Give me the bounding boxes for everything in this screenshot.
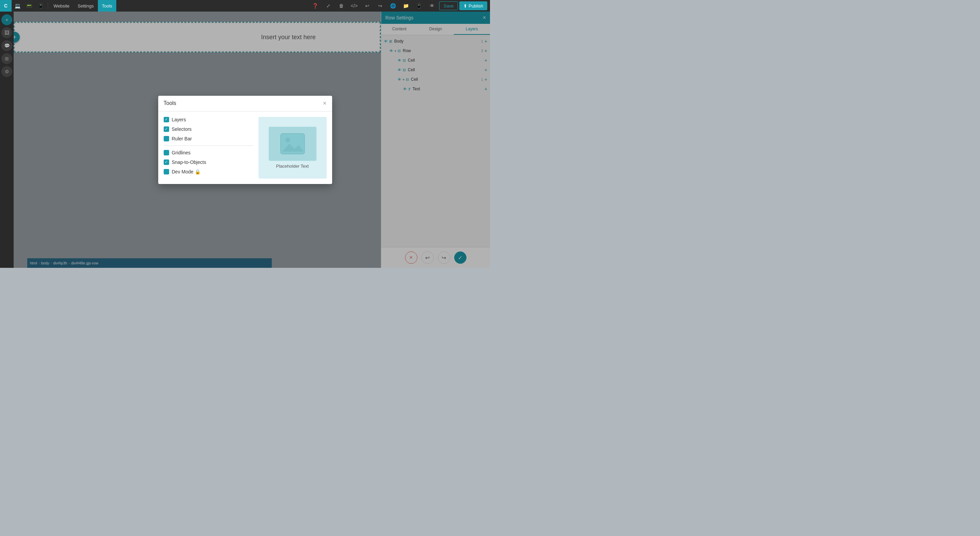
modal-title: Tools — [164, 100, 176, 106]
modal-options: ✓ Layers ✓ Selectors ✓ Ruler Bar — [164, 117, 253, 179]
modal-body: ✓ Layers ✓ Selectors ✓ Ruler Bar — [158, 111, 332, 184]
code-icon[interactable]: </> — [348, 0, 360, 11]
tablet-view-btn[interactable]: 📟 — [23, 0, 35, 11]
checkbox-gridlines-label: Gridlines — [172, 150, 191, 155]
nav-separator — [48, 2, 48, 9]
checkbox-rulerbar-label: Ruler Bar — [172, 136, 192, 141]
check-mark: ✓ — [165, 117, 168, 122]
nav-menu: Website Settings Tools — [49, 0, 310, 11]
globe-icon[interactable]: 🌐 — [387, 0, 399, 11]
checkbox-layers-box: ✓ — [164, 117, 169, 122]
fullscreen-icon[interactable]: ⤢ — [323, 0, 334, 11]
nav-settings[interactable]: Settings — [74, 0, 98, 11]
checkbox-devmode-box: ✓ — [164, 169, 169, 174]
modal-overlay[interactable]: Tools × ✓ Layers ✓ Selectors — [0, 11, 490, 268]
delete-icon[interactable]: 🗑 — [336, 0, 347, 11]
redo-icon[interactable]: ↪ — [374, 0, 386, 11]
navbar-right: ❓ ⤢ 🗑 </> ↩ ↪ 🌐 📁 📱 👁 Save ⬆ Publish — [310, 0, 487, 11]
checkbox-rulerbar[interactable]: ✓ Ruler Bar — [164, 136, 253, 141]
folder-icon[interactable]: 📁 — [400, 0, 412, 11]
svg-point-1 — [285, 138, 290, 143]
help-icon[interactable]: ❓ — [310, 0, 321, 11]
placeholder-caption: Placeholder Text — [276, 163, 309, 169]
modal-preview: Placeholder Text — [258, 117, 327, 179]
checkbox-rulerbar-box: ✓ — [164, 136, 169, 141]
device-icon[interactable]: 📱 — [413, 0, 425, 11]
checkbox-snap[interactable]: ✓ Snap-to-Objects — [164, 160, 253, 165]
checkbox-layers-label: Layers — [172, 117, 186, 122]
mobile-view-btn[interactable]: 📱 — [35, 0, 46, 11]
modal-close-button[interactable]: × — [323, 100, 327, 107]
undo-icon[interactable]: ↩ — [361, 0, 373, 11]
publish-button[interactable]: ⬆ Publish — [459, 2, 487, 10]
app-logo[interactable]: C — [0, 0, 11, 11]
save-button[interactable]: Save — [439, 2, 458, 10]
nav-website[interactable]: Website — [49, 0, 74, 11]
navbar: C 💻 📟 📱 Website Settings Tools ❓ ⤢ 🗑 </>… — [0, 0, 490, 11]
checkbox-gridlines[interactable]: ✓ Gridlines — [164, 150, 253, 155]
checkbox-divider — [164, 146, 253, 146]
nav-tools[interactable]: Tools — [98, 0, 116, 11]
checkbox-gridlines-box: ✓ — [164, 150, 169, 155]
placeholder-image — [269, 127, 317, 161]
checkbox-selectors[interactable]: ✓ Selectors — [164, 127, 253, 132]
checkbox-layers[interactable]: ✓ Layers — [164, 117, 253, 122]
checkbox-devmode[interactable]: ✓ Dev Mode 🔒 — [164, 169, 253, 174]
preview-icon[interactable]: 👁 — [426, 0, 438, 11]
modal-header: Tools × — [158, 96, 332, 111]
checkbox-selectors-box: ✓ — [164, 127, 169, 132]
publish-icon: ⬆ — [463, 3, 467, 8]
desktop-view-btn[interactable]: 💻 — [11, 0, 23, 11]
check-mark: ✓ — [165, 127, 168, 131]
tools-modal: Tools × ✓ Layers ✓ Selectors — [158, 96, 332, 184]
checkbox-snap-box: ✓ — [164, 160, 169, 165]
check-mark: ✓ — [165, 160, 168, 164]
checkbox-devmode-label: Dev Mode 🔒 — [172, 169, 201, 174]
checkbox-selectors-label: Selectors — [172, 127, 192, 132]
checkbox-snap-label: Snap-to-Objects — [172, 160, 206, 165]
